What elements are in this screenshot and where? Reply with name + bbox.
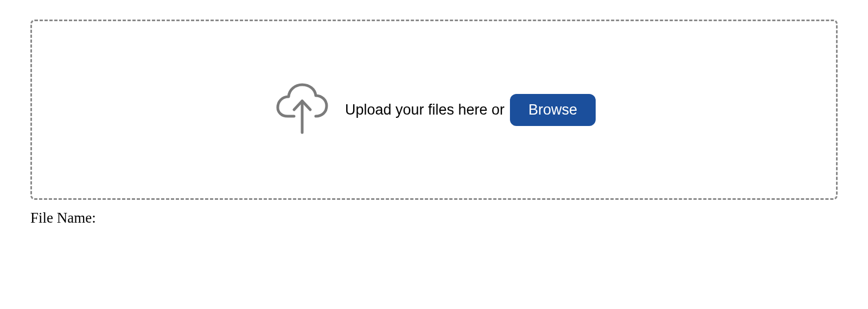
upload-text-row: Upload your files here or Browse <box>345 94 596 126</box>
file-dropzone[interactable]: Upload your files here or Browse <box>30 20 838 200</box>
file-name-label: File Name: <box>30 210 838 226</box>
browse-button[interactable]: Browse <box>510 94 596 126</box>
dropzone-content: Upload your files here or Browse <box>272 83 596 137</box>
cloud-upload-icon <box>272 83 332 137</box>
upload-prompt-text: Upload your files here or <box>345 102 505 118</box>
